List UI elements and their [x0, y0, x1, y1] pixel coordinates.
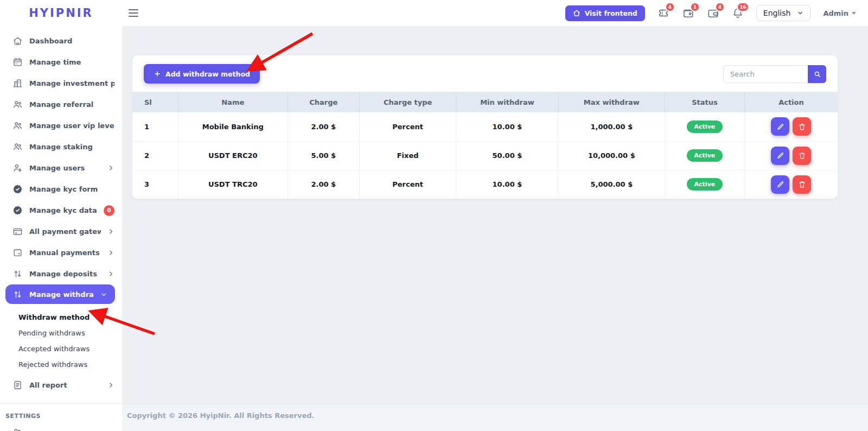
pencil-icon [776, 123, 784, 131]
withdraw-submenu: Withdraw methodPending withdrawsAccepted… [0, 304, 122, 375]
wallet-card-icon [12, 248, 23, 258]
trash-icon [798, 123, 806, 131]
edit-button[interactable] [771, 117, 789, 136]
badge-check-icon [12, 184, 23, 195]
column-header-charge: Charge [288, 92, 360, 112]
submenu-item-rejected-withdraws[interactable]: Rejected withdraws [0, 357, 122, 372]
users-icon [12, 121, 23, 131]
search-button[interactable] [808, 65, 826, 83]
caret-down-icon [852, 12, 856, 15]
sidebar-item-dashboard[interactable]: Dashboard [0, 30, 122, 52]
sidebar-item-label: Manage time [29, 58, 114, 66]
cell-charge-type: Percent [360, 170, 456, 199]
chevron-right-icon [107, 249, 114, 256]
sidebar-item-label: Manage kyc data [29, 206, 97, 214]
sidebar-item-manage-users[interactable]: Manage users [0, 157, 122, 179]
cell-min-withdraw: 50.00 $ [456, 141, 559, 170]
cell-sl: 1 [132, 112, 178, 141]
sidebar-section-settings: SETTINGS [0, 404, 122, 420]
cell-name: USDT ERC20 [178, 141, 288, 170]
submenu-item-accepted-withdraws[interactable]: Accepted withdraws [0, 341, 122, 357]
cell-action [744, 112, 838, 141]
notification-badge: 4 [715, 2, 725, 12]
sidebar-item-label: Manage kyc form [29, 185, 114, 193]
sidebar-item-manage-withdraw[interactable]: Manage withdraw [5, 284, 115, 304]
cell-status: Active [665, 170, 744, 199]
sidebar-item-all-payment-gateway[interactable]: All payment gateway [0, 221, 122, 242]
withdraw-methods-card: Add withdraw method SlNameChargeCharge t… [132, 55, 838, 199]
users-icon [12, 142, 23, 153]
edit-button[interactable] [771, 175, 789, 194]
sidebar-item-manage-deposits[interactable]: Manage deposits [0, 263, 122, 284]
column-header-max-withdraw: Max withdraw [558, 92, 665, 112]
topbar: Visit frontend 41416 English Admin [122, 0, 868, 26]
admin-menu[interactable]: Admin [823, 9, 856, 17]
chevron-right-icon [107, 270, 114, 277]
submenu-item-pending-withdraws[interactable]: Pending withdraws [0, 325, 122, 341]
user-gear-icon [12, 163, 23, 174]
submenu-item-withdraw-method[interactable]: Withdraw method [0, 309, 122, 325]
sidebar-item-all-report[interactable]: All report [0, 375, 122, 396]
sidebar-item-manage-investment-plan[interactable]: Manage investment plan [0, 73, 122, 94]
credit-card-icon [12, 226, 23, 237]
column-header-action: Action [744, 92, 838, 112]
cell-max-withdraw: 10,000.00 $ [558, 141, 665, 170]
cell-charge: 2.00 $ [288, 112, 360, 141]
chevron-down-icon [100, 291, 107, 298]
cell-charge-type: Percent [360, 112, 456, 141]
withdraw-methods-table: SlNameChargeCharge typeMin withdrawMax w… [132, 92, 838, 199]
edit-button[interactable] [771, 147, 789, 165]
sidebar-item-label: Manage deposits [29, 270, 101, 278]
brand-logo[interactable]: HYIPNIR [0, 0, 122, 26]
calendar-icon [12, 57, 23, 68]
sidebar-item-partial[interactable] [0, 420, 122, 431]
add-withdraw-method-label: Add withdraw method [165, 70, 250, 78]
pencil-icon [776, 180, 784, 188]
badge-check-icon [12, 205, 23, 216]
delete-button[interactable] [793, 175, 811, 194]
notification-badge: 4 [665, 2, 675, 12]
trash-icon [798, 180, 806, 188]
status-badge: Active [687, 121, 723, 133]
sidebar-item-manage-time[interactable]: Manage time [0, 52, 122, 73]
sidebar-nav: DashboardManage timeManage investment pl… [0, 26, 122, 396]
admin-label: Admin [823, 9, 848, 17]
cell-status: Active [665, 112, 744, 141]
sidebar-item-manage-staking[interactable]: Manage staking [0, 136, 122, 157]
bell-icon[interactable]: 16 [732, 7, 744, 19]
visit-frontend-button[interactable]: Visit frontend [565, 5, 645, 21]
wallet-coin-icon[interactable]: 1 [682, 7, 694, 20]
cell-status: Active [665, 141, 744, 170]
cell-charge-type: Fixed [360, 141, 456, 170]
main-content: Add withdraw method SlNameChargeCharge t… [122, 26, 868, 431]
language-select[interactable]: English [756, 5, 811, 21]
delete-button[interactable] [793, 147, 811, 165]
trash-icon [798, 151, 806, 160]
transfer-icon [12, 269, 23, 280]
delete-button[interactable] [793, 117, 811, 136]
chevron-down-icon [797, 10, 803, 16]
column-header-min-withdraw: Min withdraw [456, 92, 559, 112]
sidebar-item-manage-referral[interactable]: Manage referral [0, 94, 122, 115]
search-input[interactable] [723, 65, 808, 83]
building-icon [12, 78, 23, 89]
sidebar: HYIPNIR DashboardManage timeManage inves… [0, 0, 122, 431]
sidebar-item-label: All payment gateway [29, 227, 101, 236]
cell-name: USDT TRC20 [178, 170, 288, 199]
sidebar-item-label: All report [29, 381, 101, 389]
wallet-icon[interactable]: 4 [707, 7, 719, 20]
home-icon [573, 9, 580, 17]
cell-sl: 3 [132, 170, 178, 199]
sidebar-item-manage-kyc-data[interactable]: Manage kyc data0 [0, 200, 122, 221]
add-withdraw-method-button[interactable]: Add withdraw method [144, 64, 260, 84]
sidebar-item-manage-user-vip-level[interactable]: Manage user vip level [0, 115, 122, 136]
sidebar-item-label: Manage user vip level [29, 122, 114, 130]
ticket-icon[interactable]: 4 [658, 7, 669, 19]
menu-toggle-icon[interactable] [125, 5, 142, 21]
sidebar-item-manual-payments[interactable]: Manual payments [0, 242, 122, 263]
sidebar-item-manage-kyc-form[interactable]: Manage kyc form [0, 179, 122, 200]
users-icon [12, 99, 23, 110]
pencil-icon [776, 151, 784, 160]
cell-name: Mobile Banking [178, 112, 288, 141]
table-row: 2USDT ERC205.00 $Fixed50.00 $10,000.00 $… [132, 141, 838, 170]
